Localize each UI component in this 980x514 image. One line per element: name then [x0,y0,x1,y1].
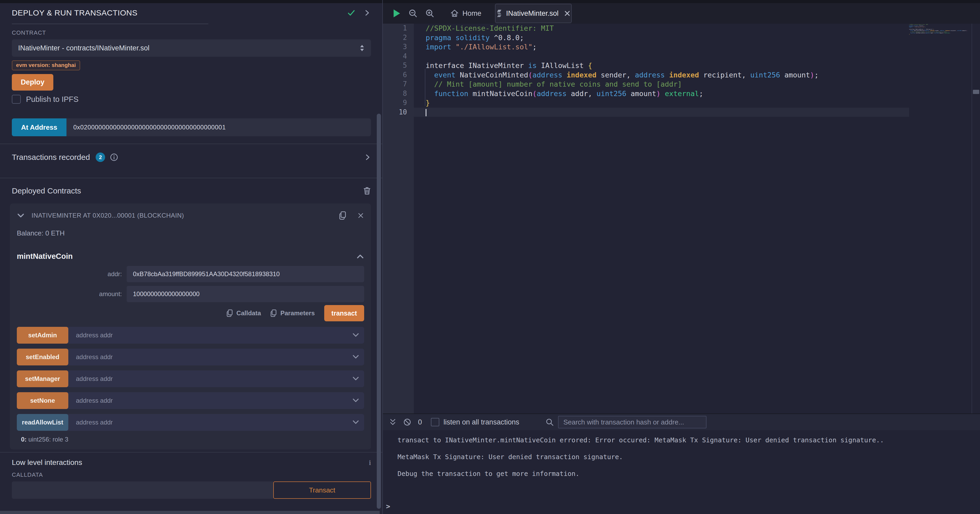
parameters-action-label: Parameters [280,309,315,317]
line-number: 8 [383,89,414,98]
run-script-play-icon[interactable] [392,8,401,18]
transactions-recorded-label: Transactions recorded [12,153,90,162]
line-number: 5 [383,61,414,70]
setEnabled-button[interactable]: setEnabled [17,349,68,365]
close-instance-icon[interactable] [357,212,364,219]
calldata-action-label: Calldata [237,309,261,317]
deploy-button[interactable]: Deploy [12,74,53,90]
code-area[interactable]: 1//SPDX-License-Identifier: MIT2pragma s… [383,24,980,414]
terminal-log-line: Debug the transaction to get more inform… [398,465,980,482]
function-row-setAdmin: setAdmin address addr [17,327,364,344]
select-caret-icon [360,44,365,52]
line-number: 7 [383,79,414,89]
readAllowList-input-placeholder[interactable]: address addr [76,414,113,431]
setManager-input-placeholder[interactable]: address addr [76,370,113,387]
low-level-transact-button[interactable]: Transact [273,481,371,499]
code-line-4[interactable]: 4 [383,52,980,61]
setNone-button[interactable]: setNone [17,392,68,409]
code-lines[interactable]: 1//SPDX-License-Identifier: MIT2pragma s… [383,24,980,117]
copy-address-icon[interactable] [339,211,347,220]
terminal-log-line: transact to INativeMinter.mintNativeCoin… [398,432,980,449]
terminal-collapse-double-chevron-down-icon[interactable] [389,418,396,426]
solidity-file-icon [496,10,502,17]
function-expand-chevron-down-icon[interactable] [352,375,360,382]
tab-close-icon[interactable] [564,10,571,17]
calldata-input[interactable] [12,481,273,499]
transactions-count-badge: 2 [95,152,105,162]
info-circle-icon[interactable] [110,153,118,162]
setNone-input-placeholder[interactable]: address addr [76,392,113,409]
trash-icon[interactable] [363,187,371,195]
line-number: 4 [383,52,414,61]
param-label-amount: amount: [17,286,127,302]
terminal-clear-ban-icon[interactable] [403,418,411,426]
low-level-title: Low level interactions [12,458,82,467]
contract-select[interactable]: INativeMinter - contracts/INativeMinter.… [12,40,371,57]
param-value-addr: 0xB78cbAa319ffBD899951AA30D4320f58189383… [133,270,280,278]
function-expand-chevron-down-icon[interactable] [352,419,360,426]
editor-tabbar: Home INativeMinter.sol [383,3,980,24]
read-result-text: uint256: role 3 [29,436,68,443]
deployed-contract-card: INATIVEMINTER AT 0X020...00001 (BLOCKCHA… [10,203,371,449]
setManager-button[interactable]: setManager [17,370,68,387]
readAllowList-button[interactable]: readAllowList [17,414,68,431]
terminal-log: transact to INativeMinter.mintNativeCoin… [383,430,980,482]
code-line-3[interactable]: 3import "./IAllowList.sol"; [383,42,980,52]
code-line-2[interactable]: 2pragma solidity ^0.8.0; [383,33,980,43]
section-divider [0,452,383,452]
open-function-name: mintNativeCoin [17,252,73,261]
tab-home[interactable]: Home [450,9,481,17]
setEnabled-input-placeholder[interactable]: address addr [76,349,113,365]
function-expand-chevron-down-icon[interactable] [352,397,360,404]
code-line-10[interactable]: 10 [383,108,980,117]
read-result-prefix: 0: [21,436,27,443]
code-line-8[interactable]: 8 function mintNativeCoin(address addr, … [383,89,980,98]
function-collapse-chevron-up-icon[interactable] [356,252,364,260]
transactions-expand-chevron-right-icon[interactable] [364,154,371,161]
line-number: 10 [383,108,414,117]
code-line-9[interactable]: 9} [383,98,980,108]
zoom-out-icon[interactable] [408,9,418,18]
param-input-amount[interactable]: 1000000000000000000 [127,286,364,302]
function-row-setManager: setManager address addr [17,370,364,387]
terminal-prompt[interactable]: > [386,502,390,510]
param-input-addr[interactable]: 0xB78cbAa319ffBD899951AA30D4320f58189383… [127,266,364,282]
remix-ide-window: DEPLOY & RUN TRANSACTIONS CONTRACT INati… [0,0,980,514]
panel-horizontal-scrollbar[interactable] [0,511,380,514]
line-number: 3 [383,42,414,52]
terminal-search-input[interactable] [558,416,706,428]
title-underline [12,24,208,24]
copy-calldata-action[interactable]: Calldata [226,309,261,317]
line-number: 9 [383,98,414,108]
zoom-in-icon[interactable] [425,9,434,18]
param-label-addr: addr: [17,266,127,282]
tab-inativeminter[interactable]: INativeMinter.sol [495,4,572,23]
low-level-info-icon[interactable]: i [369,458,371,467]
code-editor-region: Home INativeMinter.sol 1//SPDX-L [383,3,980,414]
copy-parameters-action[interactable]: Parameters [270,309,315,317]
editor-scrollbar-thumb[interactable] [973,90,979,94]
deploy-run-panel: DEPLOY & RUN TRANSACTIONS CONTRACT INati… [0,3,383,514]
instance-collapse-chevron-down-icon[interactable] [17,212,25,219]
setAdmin-button[interactable]: setAdmin [17,327,68,344]
code-line-5[interactable]: 5interface INativeMinter is IAllowList { [383,61,980,70]
code-line-1[interactable]: 1//SPDX-License-Identifier: MIT [383,24,980,33]
at-address-button[interactable]: At Address [12,118,67,136]
listen-transactions-checkbox[interactable] [431,418,439,426]
tab-home-label: Home [462,10,481,17]
panel-vertical-scrollbar[interactable] [377,114,381,509]
editor-scrollbar-lane[interactable] [972,24,980,414]
publish-ipfs-checkbox[interactable] [12,95,21,104]
code-line-7[interactable]: 7 // Mint [amount] number of native coin… [383,79,980,89]
function-expand-chevron-down-icon[interactable] [352,331,360,339]
function-row-setEnabled: setEnabled address addr [17,349,364,365]
minimap[interactable]: //SPDX-License-Identifier: MITpragma sol… [909,24,974,414]
setAdmin-input-placeholder[interactable]: address addr [76,327,113,344]
code-line-6[interactable]: 6 event NativeCoinMinted(address indexed… [383,70,980,80]
transact-button[interactable]: transact [324,305,364,321]
line-number: 6 [383,70,414,80]
deployed-contracts-title: Deployed Contracts [12,186,81,195]
function-expand-chevron-down-icon[interactable] [352,353,360,360]
panel-expand-chevron-right-icon[interactable] [364,10,371,16]
at-address-input[interactable]: 0x02000000000000000000000000000000000000… [67,118,371,136]
